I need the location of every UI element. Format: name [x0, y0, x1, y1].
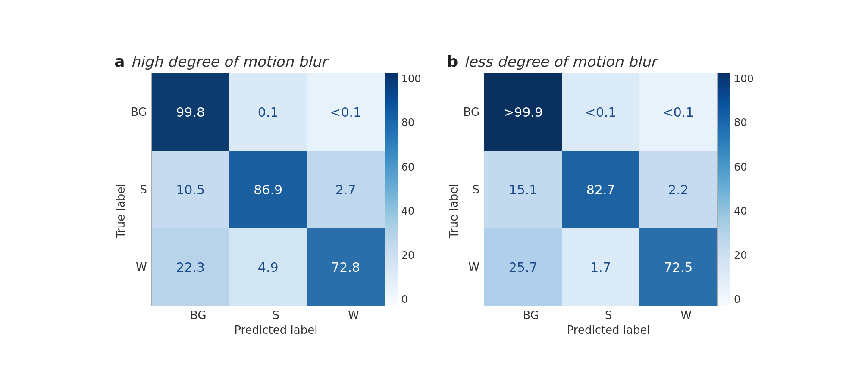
x-tick-s-a: S	[237, 309, 315, 322]
y-tick-s-b: S	[473, 151, 480, 228]
figure-a-letter: a	[114, 53, 125, 70]
colorbar-tick-a-5: 0	[401, 293, 421, 305]
colorbar-tick-b-5: 0	[734, 293, 754, 305]
matrix-a-cell-4: 86.9	[229, 151, 307, 228]
figure-b-letter: b	[447, 53, 458, 70]
figure-b-y-tick-labels: BG S W	[464, 73, 480, 306]
matrix-a-cell-1: 0.1	[229, 73, 307, 151]
colorbar-tick-a-3: 40	[401, 205, 421, 217]
figure-a-matrix-and-colorbar: 99.80.1<0.110.586.92.722.34.972.8 100806…	[151, 73, 421, 306]
matrix-b-cell-5: 2.2	[639, 151, 717, 228]
y-tick-s-a: S	[140, 151, 147, 228]
figure-b: b less degree of motion blur True label …	[447, 53, 754, 336]
colorbar-tick-a-4: 20	[401, 249, 421, 261]
figure-b-colorbar-wrapper: 100806040200	[718, 73, 754, 305]
matrix-b-cell-2: <0.1	[639, 73, 717, 151]
figures-container: a high degree of motion blur True label …	[0, 0, 868, 389]
colorbar-tick-b-0: 100	[734, 73, 754, 85]
colorbar-tick-a-2: 60	[401, 161, 421, 173]
matrix-a-cell-5: 2.7	[307, 151, 385, 228]
figure-b-chart-area: True label BG S W >99.9<0.1<0.115.182.72…	[447, 73, 754, 336]
figure-a-y-tick-labels: BG S W	[131, 73, 147, 306]
y-tick-bg-b: BG	[464, 73, 480, 151]
figure-a-x-tick-labels: BG S W	[160, 309, 392, 322]
x-tick-w-b: W	[647, 309, 725, 322]
matrix-b-cell-3: 15.1	[484, 151, 562, 228]
figure-b-x-tick-labels: BG S W	[492, 309, 725, 322]
matrix-a-cell-0: 99.8	[152, 73, 229, 151]
x-tick-s-b: S	[570, 309, 647, 322]
figure-b-matrix-area: BG S W >99.9<0.1<0.115.182.72.225.71.772…	[464, 73, 754, 306]
colorbar-tick-a-0: 100	[401, 73, 421, 85]
figure-a-label: a high degree of motion blur	[114, 53, 327, 70]
figure-b-colorbar-ticks: 100806040200	[734, 73, 754, 305]
x-tick-bg-b: BG	[492, 309, 570, 322]
matrix-a-cell-2: <0.1	[307, 73, 385, 151]
matrix-b-cell-0: >99.9	[484, 73, 562, 151]
matrix-a-cell-7: 4.9	[229, 228, 307, 306]
colorbar-tick-a-1: 80	[401, 117, 421, 129]
matrix-b-cell-7: 1.7	[562, 228, 639, 306]
y-tick-bg-a: BG	[131, 73, 147, 151]
figure-a-x-axis-area: BG S W Predicted label	[131, 309, 421, 336]
figure-a-colorbar-ticks: 100806040200	[401, 73, 421, 305]
figure-b-label: b less degree of motion blur	[447, 53, 657, 70]
y-tick-w-a: W	[136, 228, 147, 306]
matrix-b-cell-6: 25.7	[484, 228, 562, 306]
figure-a-y-axis-label: True label	[114, 73, 127, 336]
matrix-b-cell-4: 82.7	[562, 151, 639, 228]
figure-b-matrix-grid: >99.9<0.1<0.115.182.72.225.71.772.5	[484, 73, 718, 306]
figure-a-chart-area: True label BG S W 99.80.1<0.110.586.92.7…	[114, 73, 421, 336]
figure-a-matrix-area: BG S W 99.80.1<0.110.586.92.722.34.972.8…	[131, 73, 421, 306]
matrix-b-cell-1: <0.1	[562, 73, 639, 151]
colorbar-tick-b-4: 20	[734, 249, 754, 261]
figure-a-title: high degree of motion blur	[131, 53, 327, 70]
figure-b-title: less degree of motion blur	[464, 53, 657, 70]
figure-b-colorbar	[718, 73, 730, 305]
figure-b-x-axis-label: Predicted label	[567, 324, 650, 336]
matrix-a-cell-3: 10.5	[152, 151, 229, 228]
figure-b-matrix-and-colorbar: >99.9<0.1<0.115.182.72.225.71.772.5 1008…	[484, 73, 754, 306]
matrix-b-cell-8: 72.5	[639, 228, 717, 306]
colorbar-tick-b-2: 60	[734, 161, 754, 173]
matrix-a-cell-6: 22.3	[152, 228, 229, 306]
figure-a-colorbar	[385, 73, 398, 305]
figure-a-colorbar-wrapper: 100806040200	[385, 73, 421, 305]
matrix-a-cell-8: 72.8	[307, 228, 385, 306]
figure-a-x-axis-label: Predicted label	[234, 324, 317, 336]
x-tick-bg-a: BG	[160, 309, 237, 322]
colorbar-tick-b-3: 40	[734, 205, 754, 217]
y-tick-w-b: W	[468, 228, 479, 306]
figure-a: a high degree of motion blur True label …	[114, 53, 421, 336]
figure-b-x-axis-area: BG S W Predicted label	[464, 309, 754, 336]
figure-a-matrix-grid: 99.80.1<0.110.586.92.722.34.972.8	[151, 73, 385, 306]
colorbar-tick-b-1: 80	[734, 117, 754, 129]
x-tick-w-a: W	[315, 309, 392, 322]
figure-b-y-axis-label: True label	[447, 73, 460, 336]
